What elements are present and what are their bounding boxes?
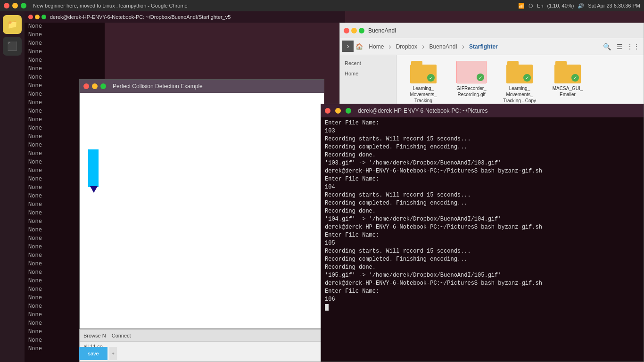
chrome-max-btn[interactable] [21,3,26,8]
left-terminal-taskbar: derek@derek-HP-ENVY-6-Notebook-PC: ~/Dro… [25,11,345,23]
terminal-line: derek@derek-HP-ENVY-6-Notebook-PC:~/Pict… [325,280,640,288]
game-win-close[interactable] [83,83,89,89]
file-manager-title: BuenoAndI [368,27,396,34]
terminal-cursor [325,304,329,311]
unity-launcher: 📁 ⬛ [0,11,25,362]
save-button[interactable]: save [79,347,107,360]
left-terminal-close[interactable] [28,15,33,19]
list-view-icon[interactable]: ⋮⋮ [627,43,640,50]
terminal-max-btn[interactable] [346,108,351,114]
file-manager-titlebar: BuenoAndI [340,23,644,38]
folder-icon: ✓ [410,61,437,83]
left-terminal-min[interactable] [35,15,40,19]
terminal-line: Recording starts. Will record 15 seconds… [325,191,640,199]
terminal-line: Recording starts. Will record 15 seconds… [325,247,640,255]
list-item[interactable]: ✓ Learning_Movements_Tracking - Copy [498,61,541,104]
left-terminal-max[interactable] [41,15,46,19]
fm-close-btn[interactable] [344,28,349,33]
terminal-input-line[interactable] [325,304,640,312]
launcher-icon-files[interactable]: 📁 [3,15,22,34]
terminal-line: derek@derek-HP-ENVY-6-Notebook-PC:~/Pict… [325,167,640,175]
system-bar: New beginner here, moved to Linux : lear… [0,0,644,11]
file-name: GIFRecorder_Recording.gif [456,85,486,98]
terminal-line: 104 [325,183,640,191]
folder-icon: ✓ [506,61,533,83]
breadcrumb-dropbox[interactable]: Dropbox [393,42,420,51]
datetime: Sat Apr 23 6:30:36 PM [588,3,640,8]
connect-label[interactable]: Connect [112,333,131,338]
chrome-close-btn[interactable] [4,3,9,8]
file-name: Learning_Movements_Tracking [410,85,437,104]
terminal-line: '103.gif' -> '/home/derek/Dropbox/BuenoA… [325,159,640,167]
terminal-line: '104.gif' -> '/home/derek/Dropbox/BuenoA… [325,215,640,223]
bluetooth-icon: ⬡ [528,3,533,9]
breadcrumb: ‹ › 🏠 Home › Dropbox › BuenoAndI › Starf… [340,38,644,55]
terminal-line: Enter File Name: [325,175,640,183]
game-arrow [90,186,98,193]
terminal-line: Recording starts. Will record 15 seconds… [325,135,640,143]
terminal-line: derek@derek-HP-ENVY-6-Notebook-PC:~/Pict… [325,223,640,231]
game-win-min[interactable] [92,83,98,89]
home-icon: 🏠 [355,43,363,50]
terminal-line: Recording done. [325,151,640,159]
terminal-line: Enter File Name: [325,231,640,239]
terminal-line: Recording completed. Finishing encoding.… [325,199,640,207]
fm-min-btn[interactable] [351,28,357,33]
game-window-title: Perfect Collision Detection Example [113,83,203,90]
terminal-line: Recording completed. Finishing encoding.… [325,143,640,151]
system-bar-right: 📶 ⬡ En (1:10, 40%) 🔊 Sat Apr 23 6:30:36 … [518,3,640,9]
search-icon[interactable]: 🔍 [603,43,611,50]
game-player-rect [88,149,99,187]
launcher-icon-terminal[interactable]: ⬛ [3,37,22,56]
terminal-line: Recording done. [325,207,640,215]
expand-button[interactable]: + [109,347,117,360]
terminal-line: Enter File Name: [325,288,640,296]
fm-max-btn[interactable] [359,28,364,33]
breadcrumb-buenoandi[interactable]: BuenoAndI [426,42,460,51]
main-terminal-window[interactable]: derek@derek-HP-ENVY-6-Notebook-PC: ~/Pic… [321,104,644,362]
terminal-line: Recording done. [325,263,640,272]
game-win-max[interactable] [100,83,106,89]
folder-icon: ✓ [554,61,581,83]
list-item[interactable]: ✓ Learning_Movements_Tracking [402,61,445,104]
terminal-line: Recording completed. Finishing encoding.… [325,255,640,263]
chrome-title: New beginner here, moved to Linux : lear… [33,3,188,8]
keyboard-lang: En [537,3,543,8]
breadcrumb-home[interactable]: Home [366,42,387,51]
volume-icon: 🔊 [578,3,584,9]
terminal-content[interactable]: Enter File Name: 103 Recording starts. W… [321,117,644,362]
game-canvas [80,93,324,329]
battery-status: (1:10, 40%) [547,3,574,8]
terminal-line: '105.gif' -> '/home/derek/Dropbox/BuenoA… [325,272,640,280]
terminal-line: Enter File Name: [325,119,640,127]
chrome-min-btn[interactable] [12,3,18,8]
file-name: Learning_Movements_Tracking - Copy [503,85,536,104]
game-window-titlebar: Perfect Collision Detection Example [80,80,324,93]
list-item[interactable]: ✓ GIFRecorder_Recording.gif [450,61,493,104]
menu-icon[interactable]: ☰ [617,43,623,50]
game-bottom-toolbar: Browse N Connect [80,329,324,342]
sidebar-item-recent[interactable]: Recent [342,59,394,67]
game-window: Perfect Collision Detection Example [79,79,324,329]
terminal-line: 105 [325,239,640,247]
browse-label[interactable]: Browse N [83,333,106,338]
terminal-min-btn[interactable] [335,108,341,114]
system-bar-left: New beginner here, moved to Linux : lear… [4,3,188,8]
main-terminal-titlebar: derek@derek-HP-ENVY-6-Notebook-PC: ~/Pic… [321,104,644,117]
left-terminal-title: derek@derek-HP-ENVY-6-Notebook-PC: ~/Dro… [50,14,231,20]
nav-expand-arrow[interactable]: › [342,41,354,52]
terminal-line: 106 [325,296,640,304]
file-name: MACSA_GUI_Emailer [553,85,583,98]
terminal-line: 103 [325,127,640,135]
main-terminal-title: derek@derek-HP-ENVY-6-Notebook-PC: ~/Pic… [358,107,488,114]
terminal-close-btn[interactable] [325,108,330,114]
list-item[interactable]: ✓ MACSA_GUI_Emailer [546,61,589,104]
breadcrumb-starfighter[interactable]: Starfighter [466,42,501,51]
gif-folder-icon: ✓ [456,61,487,83]
network-icon: 📶 [518,3,525,9]
sidebar-item-home[interactable]: Home [342,69,394,78]
